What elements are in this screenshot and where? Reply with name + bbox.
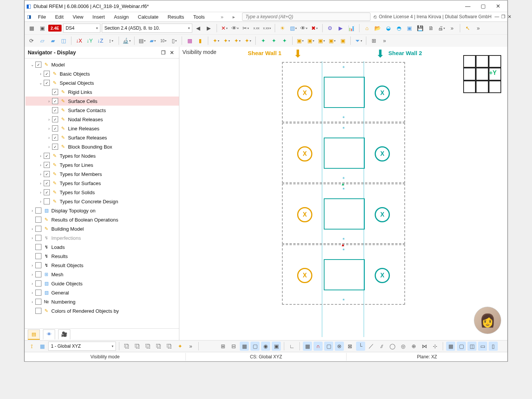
tree-node[interactable]: ›▧Display Topology on [25, 206, 179, 215]
tb-green3-icon[interactable]: ✦ [280, 36, 289, 45]
tb-del-icon[interactable]: ✖▾ [310, 24, 319, 33]
tb-folder-icon[interactable]: 📂 [373, 24, 382, 33]
tb-star4-icon[interactable]: ✦▾ [243, 36, 252, 45]
checkbox[interactable] [52, 89, 58, 95]
chevron-right-icon[interactable]: › [46, 145, 52, 149]
tb-cube-icon[interactable]: ▣ [405, 24, 414, 33]
bt-overflow[interactable]: » [186, 342, 195, 351]
tb-overflow1[interactable]: » [448, 24, 457, 33]
bt-v1-icon[interactable]: ▦ [446, 342, 455, 351]
bt-s10-icon[interactable]: ◎ [399, 342, 408, 351]
tb-star3-icon[interactable]: ✦▾ [233, 36, 242, 45]
tb-green2-icon[interactable]: ✦ [269, 36, 279, 45]
bt-s12-icon[interactable]: ⋈ [420, 342, 429, 351]
tree-node[interactable]: ✎Rigid Links [25, 87, 179, 97]
load-case-combo[interactable]: Section 2.4 (ASD), 8. to 10. [102, 24, 192, 33]
tree-node[interactable]: ›✎Surface Releases [25, 133, 179, 142]
menu-view[interactable]: View [69, 13, 87, 21]
tb-axis-y-icon[interactable]: ↓Y [85, 36, 94, 45]
tb-save-icon[interactable]: 💾 [416, 24, 425, 33]
tb-funnel-icon[interactable]: ⏷▾ [354, 36, 363, 45]
bt-angle-icon[interactable]: ∟ [287, 342, 296, 351]
tb-cursor-icon[interactable]: ↖ [463, 24, 472, 33]
bt-s7-icon[interactable]: ／ [367, 342, 376, 351]
tb-axis-lock-icon[interactable]: ↕▾ [106, 36, 116, 45]
minimize-button[interactable]: ― [460, 1, 475, 11]
tb-run-icon[interactable]: ▶ [336, 24, 345, 33]
checkbox[interactable] [44, 71, 50, 77]
bt-cs-icon[interactable]: ▦ [38, 342, 47, 351]
bt-grid2-icon[interactable]: ⊟ [229, 342, 238, 351]
checkbox[interactable] [52, 125, 58, 131]
checkbox[interactable] [52, 144, 58, 150]
tree-node[interactable]: ↯Results [25, 252, 179, 261]
checkbox[interactable] [35, 226, 41, 232]
checkbox[interactable] [35, 299, 41, 305]
bt-s1-icon[interactable]: ▦ [303, 342, 312, 351]
checkbox[interactable] [35, 207, 41, 214]
tb-star1-icon[interactable]: ✦▾ [211, 36, 220, 45]
tb-chart-icon[interactable]: 📊 [347, 24, 356, 33]
menu-file[interactable]: File [34, 13, 50, 21]
bt-grid1-icon[interactable]: ⊞ [218, 342, 228, 351]
tb-green1-icon[interactable]: ✦ [259, 36, 268, 45]
tree-node[interactable]: ›✎Types for Solids [25, 188, 179, 197]
tb-sel5-icon[interactable]: ▣ [338, 36, 347, 45]
tree-node[interactable]: ⌄✎Special Objects [25, 78, 179, 87]
bt-copy5-icon[interactable]: ⿻ [165, 342, 174, 351]
checkbox[interactable] [52, 135, 58, 141]
load-type-combo[interactable]: DS4 [63, 24, 100, 33]
chevron-right-icon[interactable]: › [29, 291, 35, 295]
nav-tab-data-icon[interactable]: ▤ [28, 329, 40, 340]
chevron-right-icon[interactable]: › [29, 227, 35, 231]
tb-scissors-icon[interactable]: ✂▾ [241, 24, 250, 33]
chevron-right-icon[interactable]: › [29, 272, 35, 277]
chevron-right-icon[interactable]: › [29, 300, 35, 304]
bt-origin-icon[interactable]: ⟟ [27, 342, 36, 351]
checkbox[interactable] [52, 98, 58, 104]
search-launch-icon[interactable]: ⎋ [374, 14, 377, 20]
tb-eye2-icon[interactable]: 👁▾ [299, 24, 309, 33]
chevron-right-icon[interactable]: › [38, 72, 44, 76]
chevron-right-icon[interactable]: › [46, 127, 52, 131]
bt-s9-icon[interactable]: ◯ [388, 342, 397, 351]
maximize-button[interactable]: ▢ [475, 1, 491, 11]
tb-calc-icon[interactable]: ⚙ [326, 24, 335, 33]
tb-axis-z-icon[interactable]: ↓Z [96, 36, 105, 45]
tb-new-icon[interactable]: ▦ [27, 24, 36, 33]
checkbox[interactable] [35, 271, 41, 277]
navigator-close-icon[interactable]: ✕ [168, 50, 176, 55]
chevron-right-icon[interactable]: › [38, 172, 44, 176]
tb-sel4-icon[interactable]: ▣▾ [328, 36, 337, 45]
tb-mesh1-icon[interactable]: ▩ [185, 36, 194, 45]
tree-node[interactable]: ›✎Building Model [25, 224, 179, 233]
tree-node[interactable]: ✎Results of Boolean Operations [25, 215, 179, 224]
menu-assign[interactable]: Assign [110, 13, 133, 21]
tree-node[interactable]: ›✎Nodal Releases [25, 115, 179, 124]
tb-boxwire1-icon[interactable]: ▱ [38, 36, 47, 45]
bt-v4-icon[interactable]: ▭ [478, 342, 487, 351]
tree-node[interactable]: ›▧General [25, 288, 179, 297]
tree-node[interactable]: ↯Loads [25, 242, 179, 252]
tb-plane-icon[interactable]: ▰▾ [148, 36, 157, 45]
checkbox[interactable] [35, 62, 41, 68]
checkbox[interactable] [44, 180, 50, 186]
search-input[interactable] [242, 13, 370, 21]
menu-tools[interactable]: Tools [189, 13, 208, 21]
bt-s4-icon[interactable]: ⊗ [335, 342, 344, 351]
tb-axis-x-icon[interactable]: ↓X [74, 36, 84, 45]
tree-node[interactable]: ✎Colors of Rendered Objects by [25, 306, 179, 315]
tb-mesh2-icon[interactable]: ▮ [196, 36, 205, 45]
menu-play-icon[interactable]: ▸ [229, 13, 239, 21]
menu-insert[interactable]: Insert [89, 13, 109, 21]
tb-sel3-icon[interactable]: ▣▾ [317, 36, 326, 45]
tb-xxx1-icon[interactable]: x.xx [252, 24, 261, 33]
checkbox[interactable] [52, 107, 58, 113]
nav-prev-icon[interactable]: ◀ [194, 24, 203, 33]
tb-grid-icon[interactable]: ⊞ [369, 36, 378, 45]
view-cube[interactable]: +Y [463, 55, 501, 93]
checkbox[interactable] [35, 280, 41, 287]
tb-star2-icon[interactable]: ✦▾ [222, 36, 231, 45]
tree-node[interactable]: ›✎Basic Objects [25, 69, 179, 78]
tb-save2-icon[interactable]: 🗎 [426, 24, 435, 33]
